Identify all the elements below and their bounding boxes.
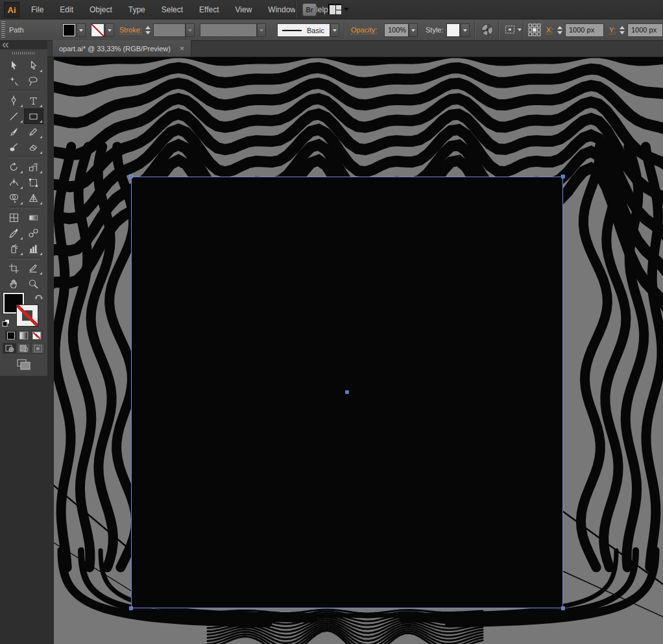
width-profile-dropdown[interactable] — [257, 23, 266, 37]
tools-panel — [0, 49, 47, 376]
select-similar-button[interactable] — [505, 25, 522, 35]
symbol-sprayer-tool[interactable] — [5, 241, 24, 256]
brush-definition-dropdown[interactable] — [330, 23, 339, 37]
color-button[interactable] — [5, 330, 17, 340]
width-profile-field[interactable] — [200, 23, 257, 37]
artboard-canvas[interactable] — [54, 57, 663, 644]
free-transform-tool[interactable] — [24, 175, 43, 190]
eyedropper-tool[interactable] — [5, 225, 24, 241]
selection-tool[interactable] — [5, 58, 24, 73]
opacity-dropdown[interactable] — [409, 23, 418, 37]
selection-anchor-handle[interactable] — [130, 175, 133, 179]
blob-brush-tool-icon — [8, 142, 19, 153]
panel-grip[interactable] — [12, 52, 36, 55]
collapse-panel-icon[interactable] — [2, 42, 9, 48]
document-tab[interactable]: opart.ai* @ 33,33% (RGB/Preview) × — [52, 40, 191, 56]
fill-dropdown-button[interactable] — [77, 23, 86, 37]
column-graph-tool[interactable] — [24, 241, 43, 256]
opacity-panel-link[interactable]: Opacity: — [351, 26, 377, 34]
gradient-button[interactable] — [18, 330, 30, 340]
stroke-weight-stepper[interactable] — [144, 23, 152, 37]
rotate-tool[interactable] — [5, 159, 24, 175]
stroke-panel-link[interactable]: Stroke: — [119, 26, 142, 34]
brush-definition-field[interactable]: Basic — [277, 23, 330, 37]
x-stepper[interactable] — [556, 23, 564, 37]
tool-grid — [0, 58, 47, 291]
slice-tool[interactable] — [24, 260, 43, 276]
zoom-tool[interactable] — [24, 276, 43, 291]
workspace-switcher-button[interactable] — [328, 4, 349, 14]
screen-mode-button[interactable] — [0, 358, 47, 371]
mesh-tool[interactable] — [5, 210, 24, 225]
shape-builder-tool[interactable] — [5, 190, 24, 206]
default-fill-stroke-icon[interactable] — [2, 319, 10, 327]
selection-anchor-handle[interactable] — [562, 175, 565, 179]
close-tab-icon[interactable]: × — [180, 45, 184, 53]
paintbrush-tool[interactable] — [5, 124, 24, 140]
width-tool-icon — [8, 177, 19, 188]
x-position-label[interactable]: X: — [546, 26, 553, 34]
selection-anchor-handle[interactable] — [130, 607, 133, 610]
panel-grip[interactable] — [1, 21, 5, 38]
rectangle-tool[interactable] — [24, 108, 43, 124]
menu-item-edit[interactable]: Edit — [58, 4, 75, 16]
menu-item-type[interactable]: Type — [127, 4, 147, 16]
blend-tool[interactable] — [24, 225, 43, 241]
perspective-grid-tool[interactable] — [24, 190, 43, 206]
y-position-label[interactable]: Y: — [609, 26, 616, 34]
flyout-indicator-icon — [20, 120, 23, 123]
line-segment-tool[interactable] — [5, 108, 24, 124]
opart-artwork — [54, 57, 663, 644]
stroke-swatch[interactable] — [17, 305, 38, 326]
menu-item-file[interactable]: File — [29, 4, 45, 16]
scale-tool[interactable] — [24, 159, 43, 175]
style-dropdown[interactable] — [461, 23, 470, 37]
blob-brush-tool[interactable] — [5, 140, 24, 155]
free-transform-tool-icon — [28, 177, 39, 188]
selection-center-point[interactable] — [346, 391, 348, 393]
fill-color-swatch[interactable] — [62, 23, 76, 37]
stroke-color-swatch[interactable] — [91, 23, 104, 37]
document-tab-title: opart.ai* @ 33,33% (RGB/Preview) — [59, 45, 171, 53]
type-tool[interactable] — [24, 93, 43, 108]
stroke-weight-field[interactable] — [153, 23, 186, 37]
lasso-tool[interactable] — [24, 73, 43, 89]
control-bar: Path Stroke: Basic Opacity: 100% Style: — [0, 19, 663, 41]
style-swatch[interactable] — [446, 23, 460, 37]
swap-fill-stroke-icon[interactable] — [34, 293, 44, 301]
y-position-field[interactable]: 1000 px — [627, 23, 663, 37]
hand-tool[interactable] — [5, 276, 24, 291]
type-tool-icon — [28, 95, 39, 106]
magic-wand-tool[interactable] — [5, 73, 24, 89]
selection-anchor-handle[interactable] — [562, 607, 565, 610]
pencil-tool[interactable] — [24, 124, 43, 140]
controlbar-divider — [344, 21, 345, 39]
gradient-tool[interactable] — [24, 210, 43, 225]
width-tool[interactable] — [5, 175, 24, 190]
menu-item-view[interactable]: View — [234, 4, 254, 16]
bridge-button[interactable]: Br — [302, 3, 317, 16]
menu-item-window[interactable]: Window — [266, 4, 298, 16]
y-stepper[interactable] — [618, 23, 626, 37]
menu-item-object[interactable]: Object — [88, 4, 114, 16]
recolor-artwork-icon[interactable] — [481, 23, 494, 36]
reference-point-icon[interactable] — [528, 23, 541, 36]
menu-item-select[interactable]: Select — [160, 4, 185, 16]
dock-gutter — [47, 57, 54, 644]
x-position-field[interactable]: 1000 px — [565, 23, 604, 37]
draw-normal-button[interactable] — [3, 343, 16, 354]
opacity-field[interactable]: 100% — [384, 23, 409, 37]
direct-selection-tool[interactable] — [24, 58, 43, 73]
pen-tool[interactable] — [5, 93, 24, 108]
slice-tool-icon — [28, 263, 39, 274]
eraser-tool[interactable] — [24, 140, 43, 155]
stroke-dropdown-button[interactable] — [105, 23, 114, 37]
stroke-weight-dropdown[interactable] — [186, 23, 195, 37]
none-button[interactable] — [31, 330, 43, 340]
artboard-tool[interactable] — [5, 260, 24, 276]
tool-group-divider — [8, 257, 40, 260]
column-graph-tool-icon — [28, 243, 39, 254]
draw-behind-button[interactable] — [17, 343, 30, 354]
menu-item-effect[interactable]: Effect — [197, 4, 221, 16]
draw-inside-button[interactable] — [31, 343, 45, 354]
